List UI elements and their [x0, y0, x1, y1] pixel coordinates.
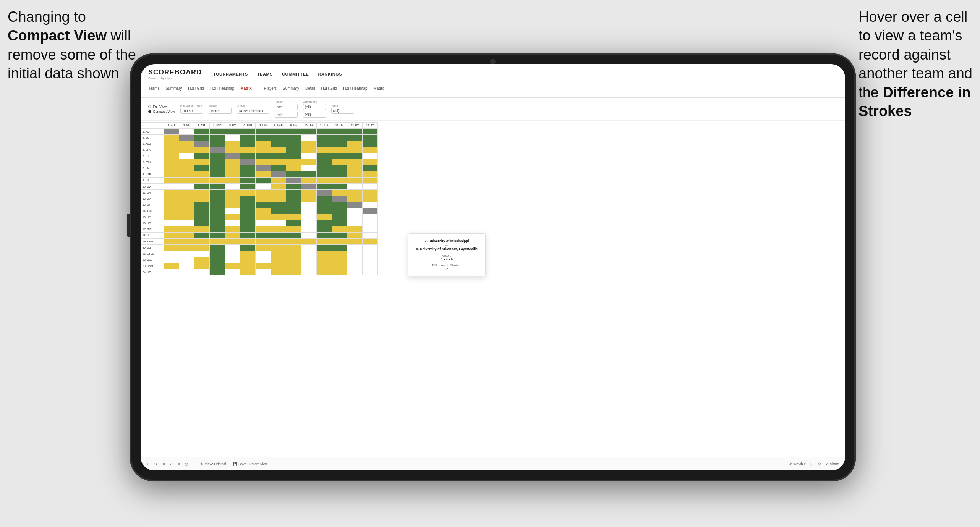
matrix-cell-6-0[interactable] — [164, 165, 179, 171]
matrix-cell-0-6[interactable] — [256, 129, 271, 135]
matrix-cell-11-2[interactable] — [194, 196, 210, 202]
matrix-cell-15-6[interactable] — [256, 220, 271, 226]
matrix-cell-6-10[interactable] — [317, 165, 332, 171]
matrix-cell-1-8[interactable] — [286, 135, 301, 141]
matrix-cell-7-2[interactable] — [194, 171, 210, 178]
matrix-cell-20-11[interactable] — [332, 251, 347, 257]
matrix-cell-13-11[interactable] — [332, 208, 347, 214]
matrix-cell-4-4[interactable] — [225, 153, 240, 159]
matrix-cell-4-7[interactable] — [271, 153, 286, 159]
tab-teams[interactable]: Teams — [148, 86, 159, 97]
matrix-cell-0-7[interactable] — [271, 129, 286, 135]
matrix-cell-9-6[interactable] — [256, 184, 271, 190]
matrix-cell-23-0[interactable] — [164, 269, 179, 275]
matrix-cell-3-0[interactable] — [164, 147, 179, 153]
matrix-cell-21-12[interactable] — [347, 257, 363, 263]
matrix-cell-6-12[interactable] — [347, 165, 363, 171]
matrix-cell-17-5[interactable] — [240, 233, 256, 239]
matrix-cell-18-12[interactable] — [347, 239, 363, 245]
matrix-cell-19-2[interactable] — [194, 245, 210, 251]
matrix-cell-20-13[interactable] — [363, 251, 378, 257]
matrix-cell-19-0[interactable] — [164, 245, 179, 251]
matrix-cell-5-13[interactable] — [363, 159, 378, 165]
matrix-cell-11-3[interactable] — [210, 196, 225, 202]
matrix-cell-19-7[interactable] — [271, 245, 286, 251]
region-select1[interactable]: N/A — [275, 104, 298, 110]
matrix-cell-5-3[interactable] — [210, 159, 225, 165]
matrix-cell-0-13[interactable] — [363, 129, 378, 135]
matrix-cell-7-3[interactable] — [210, 171, 225, 178]
matrix-cell-21-6[interactable] — [256, 257, 271, 263]
matrix-cell-19-6[interactable] — [256, 245, 271, 251]
matrix-cell-1-5[interactable] — [240, 135, 256, 141]
matrix-cell-16-11[interactable] — [332, 226, 347, 233]
matrix-cell-17-12[interactable] — [347, 233, 363, 239]
matrix-cell-1-9[interactable] — [301, 135, 317, 141]
matrix-cell-1-1[interactable] — [179, 135, 194, 141]
matrix-cell-20-4[interactable] — [225, 251, 240, 257]
matrix-cell-14-7[interactable] — [271, 214, 286, 220]
matrix-cell-5-2[interactable] — [194, 159, 210, 165]
matrix-cell-12-10[interactable] — [317, 202, 332, 208]
matrix-cell-14-0[interactable] — [164, 214, 179, 220]
matrix-cell-3-13[interactable] — [363, 147, 378, 153]
matrix-cell-13-10[interactable] — [317, 208, 332, 214]
expand-button[interactable]: ⤢ — [170, 462, 173, 466]
matrix-cell-1-0[interactable] — [164, 135, 179, 141]
settings-icon[interactable]: ⚙ — [818, 462, 821, 466]
matrix-cell-16-4[interactable] — [225, 226, 240, 233]
matrix-cell-10-1[interactable] — [179, 190, 194, 196]
matrix-cell-10-7[interactable] — [271, 190, 286, 196]
matrix-cell-9-3[interactable] — [210, 184, 225, 190]
matrix-cell-5-0[interactable] — [164, 159, 179, 165]
matrix-cell-19-11[interactable] — [332, 245, 347, 251]
matrix-cell-17-3[interactable] — [210, 233, 225, 239]
matrix-cell-3-10[interactable] — [317, 147, 332, 153]
matrix-cell-4-12[interactable] — [347, 153, 363, 159]
matrix-cell-9-5[interactable] — [240, 184, 256, 190]
matrix-cell-1-11[interactable] — [332, 135, 347, 141]
matrix-cell-0-3[interactable] — [210, 129, 225, 135]
matrix-cell-10-10[interactable] — [317, 190, 332, 196]
matrix-cell-15-11[interactable] — [332, 220, 347, 226]
matrix-cell-14-8[interactable] — [286, 214, 301, 220]
matrix-cell-15-13[interactable] — [363, 220, 378, 226]
matrix-cell-19-1[interactable] — [179, 245, 194, 251]
matrix-cell-10-3[interactable] — [210, 190, 225, 196]
nav-item-teams[interactable]: TEAMS — [257, 72, 273, 76]
matrix-cell-20-5[interactable] — [240, 251, 256, 257]
matrix-cell-12-8[interactable] — [286, 202, 301, 208]
matrix-cell-18-0[interactable] — [164, 239, 179, 245]
matrix-cell-9-0[interactable] — [164, 184, 179, 190]
matrix-cell-19-3[interactable] — [210, 245, 225, 251]
matrix-cell-7-9[interactable] — [301, 171, 317, 178]
matrix-cell-15-5[interactable] — [240, 220, 256, 226]
tab-h2h-grid[interactable]: H2H Grid — [188, 86, 204, 97]
matrix-cell-16-13[interactable] — [363, 226, 378, 233]
matrix-cell-22-13[interactable] — [363, 263, 378, 269]
matrix-cell-19-4[interactable] — [225, 245, 240, 251]
matrix-cell-14-1[interactable] — [179, 214, 194, 220]
matrix-cell-17-4[interactable] — [225, 233, 240, 239]
matrix-cell-1-4[interactable] — [225, 135, 240, 141]
matrix-cell-23-10[interactable] — [317, 269, 332, 275]
matrix-cell-4-5[interactable] — [240, 153, 256, 159]
matrix-cell-18-10[interactable] — [317, 239, 332, 245]
matrix-cell-22-11[interactable] — [332, 263, 347, 269]
matrix-cell-18-1[interactable] — [179, 239, 194, 245]
matrix-cell-13-5[interactable] — [240, 208, 256, 214]
matrix-cell-11-0[interactable] — [164, 196, 179, 202]
matrix-cell-14-3[interactable] — [210, 214, 225, 220]
matrix-cell-13-8[interactable] — [286, 208, 301, 214]
matrix-cell-4-13[interactable] — [363, 153, 378, 159]
matrix-cell-11-1[interactable] — [179, 196, 194, 202]
matrix-cell-21-7[interactable] — [271, 257, 286, 263]
matrix-cell-10-11[interactable] — [332, 190, 347, 196]
max-teams-select[interactable]: Top 50 — [180, 108, 203, 114]
matrix-cell-12-5[interactable] — [240, 202, 256, 208]
matrix-cell-5-7[interactable] — [271, 159, 286, 165]
matrix-cell-9-10[interactable] — [317, 184, 332, 190]
matrix-cell-5-11[interactable] — [332, 159, 347, 165]
matrix-cell-1-12[interactable] — [347, 135, 363, 141]
view-original-button[interactable]: 👁 View: Original — [198, 461, 228, 467]
